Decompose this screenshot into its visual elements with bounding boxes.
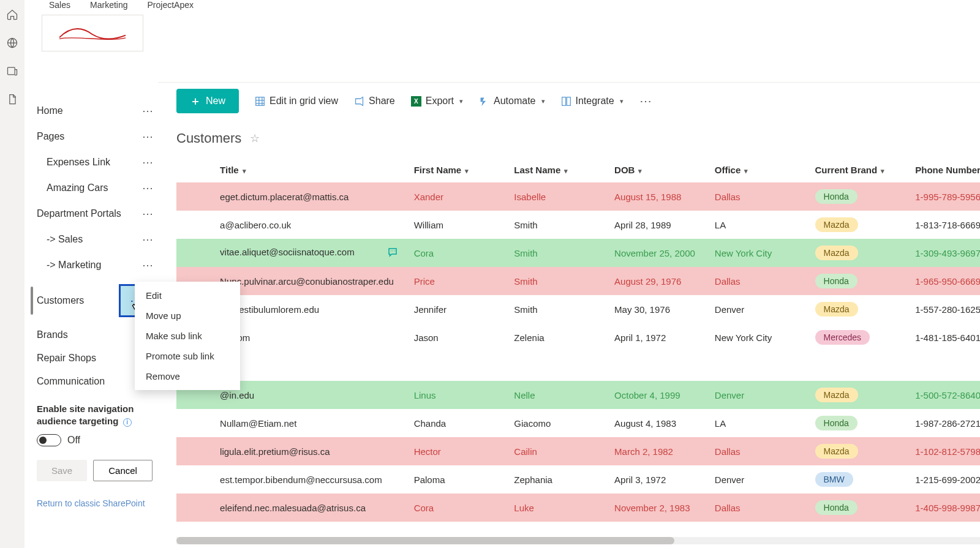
table-row[interactable]: on.comJasonZeleniaApril 1, 1972New York … — [176, 323, 980, 351]
cell-title[interactable]: e@vestibulumlorem.edu — [214, 295, 408, 323]
cell-dob: November 25, 2000 — [608, 239, 709, 267]
col-current-brand[interactable]: Current Brand▾ — [809, 157, 910, 182]
col-office[interactable]: Office▾ — [709, 157, 809, 182]
cell-phone: 1-987-286-2721 — [909, 409, 980, 437]
nav-more-icon[interactable]: ⋯ — [142, 181, 154, 195]
nav-more-icon[interactable]: ⋯ — [142, 207, 154, 220]
cell-office: Denver — [709, 465, 809, 494]
col-title[interactable]: Title▾ — [214, 157, 408, 182]
info-icon[interactable]: i — [123, 418, 132, 427]
cell-title[interactable]: ligula.elit.pretium@risus.ca — [214, 437, 408, 465]
brand-pill: Mazda — [815, 217, 858, 232]
cell-brand — [809, 351, 910, 381]
return-classic-link[interactable]: Return to classic SharePoint — [37, 498, 158, 508]
site-logo[interactable] — [42, 15, 143, 51]
edit-in-grid-button[interactable]: Edit in grid view — [255, 96, 338, 107]
table-row[interactable]: a@aclibero.co.ukWilliamSmithApril 28, 19… — [176, 211, 980, 239]
cell-title[interactable]: a@aclibero.co.uk — [214, 211, 408, 239]
col-dob[interactable]: DOB▾ — [608, 157, 709, 182]
plus-icon: ＋ — [190, 94, 201, 108]
row-selector[interactable] — [176, 211, 214, 239]
ctx-remove[interactable]: Remove — [135, 366, 240, 386]
cell-title[interactable]: vitae.aliquet@sociisnatoque.com — [214, 239, 408, 267]
nav-more-icon[interactable]: ⋯ — [142, 130, 154, 143]
share-icon — [354, 96, 364, 107]
home-rail-icon[interactable] — [6, 9, 18, 21]
cell-title[interactable]: eget.dictum.placerat@mattis.ca — [214, 182, 408, 211]
table-row[interactable]: ligula.elit.pretium@risus.caHectorCailin… — [176, 437, 980, 465]
ctx-move-up[interactable]: Move up — [135, 306, 240, 326]
favorite-star-icon[interactable]: ☆ — [250, 132, 260, 145]
chevron-down-icon: ▾ — [541, 97, 545, 105]
integrate-button[interactable]: Integrate▾ — [561, 96, 624, 107]
cancel-button[interactable]: Cancel — [93, 460, 153, 481]
table-row[interactable]: eleifend.nec.malesuada@atrisus.caCoraLuk… — [176, 494, 980, 522]
export-button[interactable]: X Export▾ — [411, 96, 463, 107]
cell-title[interactable] — [214, 351, 408, 381]
col-phone-number[interactable]: Phone Number — [909, 157, 980, 182]
table-row[interactable]: Nullam@Etiam.netChandaGiacomoAugust 4, 1… — [176, 409, 980, 437]
chevron-down-icon: ▾ — [881, 167, 884, 175]
nav-amazing-cars[interactable]: Amazing Cars⋯ — [24, 175, 158, 201]
ctx-promote-sub-link[interactable]: Promote sub link — [135, 346, 240, 366]
row-selector[interactable] — [176, 182, 214, 211]
cell-title[interactable]: on.com — [214, 323, 408, 351]
cell-title[interactable]: eleifend.nec.malesuada@atrisus.ca — [214, 494, 408, 522]
new-button[interactable]: ＋New — [176, 89, 239, 113]
nav-more-icon[interactable]: ⋯ — [142, 258, 154, 272]
row-selector[interactable] — [176, 494, 214, 522]
ctx-make-sub-link[interactable]: Make sub link — [135, 326, 240, 346]
news-rail-icon[interactable] — [6, 65, 18, 77]
table-row[interactable]: Nunc.pulvinar.arcu@conubianostraper.eduP… — [176, 267, 980, 295]
cell-title[interactable]: est.tempor.bibendum@neccursusa.com — [214, 465, 408, 494]
cell-brand: Mazda — [809, 295, 910, 323]
nav-more-icon[interactable]: ⋯ — [142, 104, 154, 118]
row-selector[interactable] — [176, 409, 214, 437]
top-nav-tabs: Sales Marketing ProjectApex — [42, 0, 963, 11]
top-tab-sales[interactable]: Sales — [49, 0, 70, 10]
col-last-name[interactable]: Last Name▾ — [508, 157, 608, 182]
cell-office: New York City — [709, 323, 809, 351]
audience-targeting-toggle[interactable] — [37, 434, 61, 446]
cell-last: Isabelle — [508, 182, 608, 211]
cell-last: Zephania — [508, 465, 608, 494]
cell-title[interactable]: @in.edu — [214, 381, 408, 409]
top-tab-marketing[interactable]: Marketing — [90, 0, 127, 10]
globe-rail-icon[interactable] — [6, 37, 18, 49]
table-row[interactable] — [176, 351, 980, 381]
row-selector[interactable] — [176, 437, 214, 465]
nav-marketing[interactable]: -> Marketing⋯ — [24, 252, 158, 278]
col-select[interactable] — [176, 157, 214, 182]
nav-home[interactable]: Home⋯ — [24, 98, 158, 124]
nav-expenses-link[interactable]: Expenses Link⋯ — [24, 149, 158, 175]
nav-more-icon[interactable]: ⋯ — [142, 156, 154, 169]
horizontal-scrollbar[interactable] — [176, 537, 980, 544]
col-first-name[interactable]: First Name▾ — [408, 157, 508, 182]
nav-more-icon[interactable]: ⋯ — [142, 233, 154, 246]
command-more-icon[interactable]: ⋯ — [639, 94, 653, 108]
table-row[interactable]: @in.eduLinusNelleOctober 4, 1999DenverMa… — [176, 381, 980, 409]
file-rail-icon[interactable] — [6, 93, 18, 105]
scrollbar-thumb[interactable] — [176, 537, 674, 544]
top-tab-projectapex[interactable]: ProjectApex — [148, 0, 194, 10]
share-button[interactable]: Share — [354, 96, 395, 107]
nav-pages[interactable]: Pages⋯ — [24, 124, 158, 149]
row-selector[interactable] — [176, 465, 214, 494]
table-row[interactable]: vitae.aliquet@sociisnatoque.comCoraSmith… — [176, 239, 980, 267]
cell-title[interactable]: Nunc.pulvinar.arcu@conubianostraper.edu — [214, 267, 408, 295]
table-row[interactable]: est.tempor.bibendum@neccursusa.comPaloma… — [176, 465, 980, 494]
table-row[interactable]: e@vestibulumlorem.eduJenniferSmithMay 30… — [176, 295, 980, 323]
cell-last: Nelle — [508, 381, 608, 409]
nav-department-portals[interactable]: Department Portals⋯ — [24, 201, 158, 227]
automate-button[interactable]: Automate▾ — [479, 96, 545, 107]
brand-pill: Honda — [815, 416, 858, 430]
row-selector[interactable] — [176, 239, 214, 267]
comment-icon[interactable] — [387, 247, 398, 260]
cell-title[interactable]: Nullam@Etiam.net — [214, 409, 408, 437]
table-row[interactable]: eget.dictum.placerat@mattis.caXanderIsab… — [176, 182, 980, 211]
cell-brand: Mercedes — [809, 323, 910, 351]
audience-targeting-title: Enable site navigation audience targetin… — [37, 403, 146, 428]
ctx-edit[interactable]: Edit — [135, 285, 240, 306]
nav-sales[interactable]: -> Sales⋯ — [24, 227, 158, 252]
cell-last: Luke — [508, 494, 608, 522]
